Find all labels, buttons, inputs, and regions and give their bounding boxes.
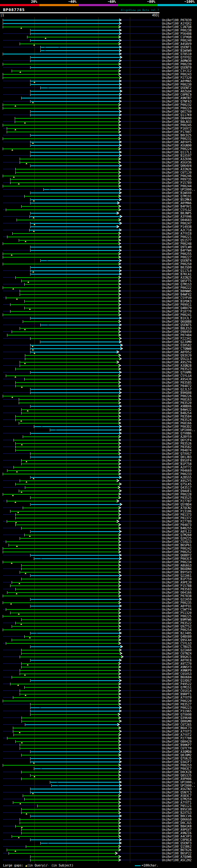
hit-label: UniRef100_C1N7Q8 bbox=[162, 26, 192, 29]
hit-label: UniRef100_UPI000.. bbox=[162, 781, 195, 784]
hit-label: UniRef100_Q7M260 bbox=[162, 534, 192, 537]
hit-start-tick bbox=[20, 42, 20, 45]
hit-arrow-fill bbox=[119, 859, 120, 861]
hit-bar bbox=[31, 775, 119, 776]
hit-bar bbox=[20, 819, 119, 820]
alignment-row: UniRef100_A9PH06 bbox=[0, 777, 197, 780]
alignment-row: UniRef100_A5GTN3 bbox=[0, 787, 197, 791]
alignment-row: UniRef100_P15789 bbox=[0, 181, 197, 184]
hit-start-tick bbox=[15, 117, 15, 120]
alignment-row: UniRef100_A8YD52 bbox=[0, 350, 197, 354]
hit-arrow-fill bbox=[119, 798, 120, 800]
hit-arrow-fill bbox=[119, 334, 120, 336]
hit-arrow-fill bbox=[119, 232, 120, 234]
hit-label: UniRef100_Q2JUM0 bbox=[162, 341, 192, 344]
hit-label: UniRef100_A0ZGQ4 bbox=[162, 90, 192, 93]
alignment-row: UniRef100_Q066G0 bbox=[0, 818, 197, 821]
hit-start-tick bbox=[15, 120, 15, 123]
alignment-row: UniRef100_Q7M1S3 bbox=[0, 283, 197, 286]
alignment-row: UniRef100_B4FYW4 bbox=[0, 249, 197, 252]
hit-label: UniRef100_A7YXI8 bbox=[162, 232, 192, 235]
hit-arrow-fill bbox=[119, 629, 120, 630]
alignment-row: UniRef100_Q93XJ9 bbox=[0, 354, 197, 357]
hit-start-tick bbox=[7, 469, 7, 472]
hit-start-tick bbox=[3, 53, 3, 55]
hit-bar bbox=[22, 717, 119, 718]
hit-label: UniRef100_A9NTB7 bbox=[162, 97, 192, 100]
hit-bar bbox=[16, 420, 119, 420]
hit-start-tick bbox=[3, 124, 3, 127]
hit-start-tick bbox=[20, 361, 20, 364]
hit-label: UniRef100_Q15B62 bbox=[162, 845, 192, 848]
alignment-row: UniRef100_P00247 bbox=[0, 222, 197, 225]
alignment-row: UniRef100_B9MYW6 bbox=[0, 618, 197, 621]
hit-label: UniRef100_A3YVH6 bbox=[162, 215, 192, 218]
hit-bar bbox=[31, 704, 119, 705]
hit-start-tick bbox=[20, 689, 20, 692]
hit-start-tick bbox=[43, 188, 44, 191]
alignment-row: UniRef100_C7QNW8 bbox=[0, 347, 197, 350]
hit-arrow-fill bbox=[119, 371, 121, 373]
hit-arrow-fill bbox=[119, 229, 121, 231]
hit-arrow-fill bbox=[119, 283, 120, 285]
alignment-row: UniRef100_UPI000.. bbox=[0, 780, 197, 784]
hit-bar bbox=[31, 84, 119, 85]
alignment-row: UniRef100_A8YLI2 bbox=[0, 530, 197, 533]
hit-start-tick bbox=[22, 720, 22, 723]
hit-arrow-fill bbox=[120, 90, 121, 92]
hit-label: UniRef100_Q7M1S1 bbox=[162, 686, 192, 689]
alignment-row: UniRef100_A7YXT0 bbox=[0, 696, 197, 699]
hit-label: UniRef100_P27320 bbox=[162, 76, 192, 80]
hit-label: UniRef100_P81373 bbox=[162, 513, 192, 516]
hit-label: UniRef100_O78510 bbox=[162, 53, 192, 56]
hit-label: UniRef100_A2BSS5 bbox=[162, 476, 192, 479]
hit-label: UniRef100_P83523 bbox=[162, 368, 192, 371]
hit-bar bbox=[3, 64, 119, 65]
hit-arrow-fill bbox=[120, 344, 122, 346]
hit-arrow-fill bbox=[119, 842, 121, 844]
hit-label: UniRef100_A3Z696 bbox=[162, 158, 192, 161]
alignment-row: UniRef100_A4CVP3 bbox=[0, 835, 197, 838]
alignment-row: UniRef100_P04669 bbox=[0, 469, 197, 472]
hit-arrow-fill bbox=[119, 571, 120, 573]
alignment-row: UniRef100_Q7U6J5 bbox=[0, 757, 197, 760]
hit-arrow-fill bbox=[119, 761, 121, 763]
hit-bar bbox=[31, 226, 117, 227]
hit-bar bbox=[3, 396, 119, 397]
hit-bar bbox=[16, 277, 119, 278]
hit-label: UniRef100_P0A3C7 bbox=[162, 767, 192, 770]
alignment-row: UniRef100_Q7M191 bbox=[0, 195, 197, 198]
hit-bar bbox=[3, 23, 119, 24]
hit-bar bbox=[22, 619, 119, 620]
alignment-row: UniRef100_B8A1K8 bbox=[0, 825, 197, 828]
hit-label: UniRef100_P83527 bbox=[162, 703, 192, 706]
hit-start-tick bbox=[20, 747, 20, 750]
hit-label: UniRef100_C0PRC9 bbox=[162, 93, 192, 96]
alignment-row: UniRef100_B4F9V1 bbox=[0, 205, 197, 208]
hit-arrow-fill bbox=[119, 727, 120, 729]
hit-arrow-fill bbox=[119, 124, 120, 126]
hit-arrow-fill bbox=[117, 361, 118, 363]
alignment-row: UniRef100_B2XTG3 bbox=[0, 811, 197, 814]
hit-bar bbox=[16, 385, 119, 386]
hit-label: UniRef100_P00243 bbox=[162, 73, 192, 76]
hit-bar bbox=[7, 128, 119, 129]
hit-start-tick bbox=[7, 520, 7, 523]
hit-arrow-fill bbox=[115, 852, 117, 854]
hit-bar bbox=[31, 352, 117, 352]
hit-label: UniRef100_Q0J8M2 bbox=[162, 754, 192, 757]
hit-label: UniRef100_P04669 bbox=[162, 469, 192, 472]
hit-start-tick bbox=[21, 578, 22, 581]
hit-bar bbox=[27, 846, 119, 847]
hit-arrow-fill bbox=[119, 239, 120, 241]
hit-start-tick bbox=[24, 635, 25, 638]
hit-arrow-fill bbox=[119, 46, 121, 48]
hit-bar bbox=[14, 440, 119, 441]
hit-arrow-fill bbox=[120, 56, 121, 58]
hit-start-tick bbox=[19, 422, 19, 425]
hit-start-tick bbox=[24, 534, 25, 536]
alignment-row: UniRef100_A7YXT1 bbox=[0, 801, 197, 804]
hit-bar bbox=[3, 77, 119, 78]
hit-bar bbox=[16, 484, 119, 485]
alignment-row: UniRef100_P00228 bbox=[0, 493, 197, 496]
